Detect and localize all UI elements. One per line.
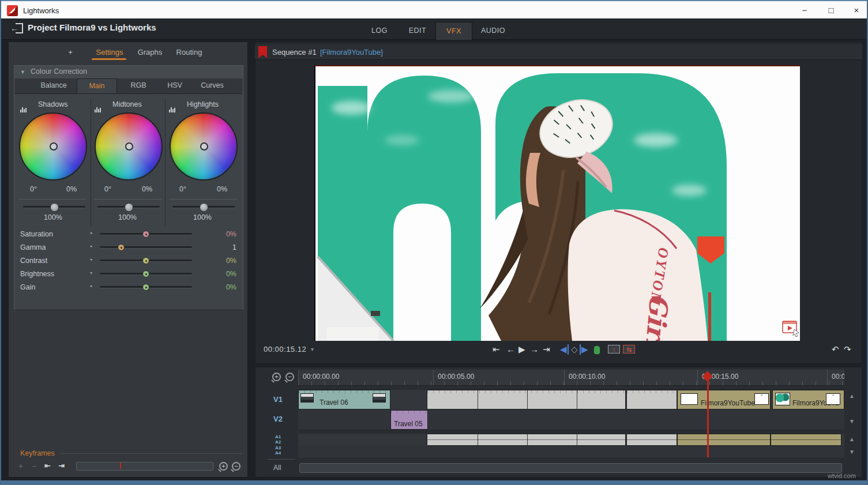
go-to-end-button[interactable]: ⇥: [543, 344, 550, 355]
cc-tab-rgb[interactable]: RGB: [121, 78, 156, 93]
mark-in-button[interactable]: ◀: [560, 344, 569, 355]
audio-clip-grey[interactable]: [626, 434, 677, 446]
timeline-zoom-in-icon[interactable]: +: [272, 373, 281, 381]
ruler-label: 00:0: [832, 373, 844, 381]
timeline-ruler[interactable]: 00:00:00.00 00:00:05.00 00:00:10.00 00:0…: [298, 370, 844, 386]
midtones-master-handle[interactable]: [125, 203, 133, 212]
video-preview[interactable]: OYTOM Girl: [314, 65, 800, 341]
keyframe-first-button[interactable]: ⇤: [44, 461, 51, 470]
clip-travel06[interactable]: Travel 06: [298, 390, 390, 409]
cc-tab-curves[interactable]: Curves: [193, 78, 231, 93]
minimize-button[interactable]: −: [796, 5, 813, 16]
video-scroll-down-icon[interactable]: ▼: [849, 418, 855, 424]
track-label-a2[interactable]: A2: [275, 439, 281, 445]
app-window: Lightworks − □ × ← Project Filmora9 vs L…: [0, 0, 868, 485]
add-effect-tab[interactable]: +: [62, 46, 79, 60]
tab-log[interactable]: LOG: [363, 22, 396, 39]
jacket-photo-script: Girl: [640, 292, 674, 341]
track-v2[interactable]: [298, 410, 844, 430]
clip-thumbnail: [775, 393, 790, 405]
close-button[interactable]: ×: [848, 5, 865, 16]
replace-edit-button[interactable]: ⇆: [623, 345, 635, 354]
histogram-icon[interactable]: [20, 102, 27, 112]
project-title[interactable]: Project Filmora9 vs Lightworks: [28, 22, 156, 32]
collapse-icon[interactable]: ▼: [20, 69, 25, 75]
audio-scroll-down-icon[interactable]: ▼: [849, 449, 855, 455]
contrast-handle[interactable]: [142, 257, 149, 264]
playhead-line[interactable]: [707, 372, 709, 457]
tab-panel-graphs[interactable]: Graphs: [135, 46, 165, 60]
keyframe-zoom-in-icon[interactable]: +: [219, 462, 228, 471]
cc-tab-main[interactable]: Main: [77, 78, 117, 93]
audio-scroll-up-icon[interactable]: ▲: [849, 436, 855, 442]
cue-marker-button[interactable]: [593, 345, 600, 355]
brightness-handle[interactable]: [142, 270, 149, 277]
tab-vfx[interactable]: VFX: [435, 22, 472, 40]
step-back-button[interactable]: ←: [506, 344, 515, 354]
clip-travel05[interactable]: Travel 05: [390, 410, 428, 430]
gamma-slider[interactable]: [100, 246, 192, 248]
histogram-icon[interactable]: [95, 102, 102, 112]
cc-tab-hsv[interactable]: HSV: [159, 78, 191, 93]
clip-filmora9-1[interactable]: Filmora9YouTube ⌃: [677, 390, 771, 409]
clip-thumbnail: [681, 393, 698, 405]
clip-filmora9-2[interactable]: Filmora9YouTu ⌃: [772, 390, 844, 409]
tab-edit[interactable]: EDIT: [401, 22, 434, 39]
highlights-wheel-marker[interactable]: [200, 142, 208, 151]
keyframe-playhead[interactable]: [120, 463, 121, 469]
keyframe-dial-icon[interactable]: ◔: [88, 242, 93, 251]
keyframe-dial-icon[interactable]: ◔: [88, 255, 93, 264]
track-a3a4[interactable]: [298, 446, 844, 458]
track-label-a1[interactable]: A1: [275, 434, 281, 439]
highlights-master-handle[interactable]: [200, 203, 208, 212]
audio-clip-filmora[interactable]: [677, 434, 771, 446]
track-label-a4[interactable]: A4: [275, 450, 281, 456]
saturation-handle[interactable]: [142, 231, 149, 238]
undo-button[interactable]: ↶: [832, 344, 839, 355]
contrast-value: 0%: [197, 257, 236, 265]
maximize-button[interactable]: □: [822, 5, 840, 16]
histogram-icon[interactable]: [169, 102, 176, 112]
track-label-a3[interactable]: A3: [275, 445, 281, 450]
timeline-zoom-out-icon[interactable]: −: [285, 373, 294, 381]
audio-clip-grey[interactable]: [427, 434, 626, 446]
keyframe-last-button[interactable]: ⇥: [58, 461, 65, 470]
cc-tab-balance[interactable]: Balance: [32, 78, 76, 93]
viewer-timecode[interactable]: 00:00:15.12: [264, 345, 306, 354]
track-label-v2[interactable]: V2: [273, 415, 283, 423]
keyframe-dial-icon[interactable]: ◔: [88, 269, 93, 277]
keyframe-remove-button[interactable]: −: [32, 461, 36, 471]
keyframe-add-button[interactable]: +: [18, 461, 23, 471]
mark-cue-button[interactable]: ◇: [571, 344, 578, 355]
mark-out-button[interactable]: ▶: [580, 344, 588, 355]
track-label-v1[interactable]: V1: [273, 395, 283, 404]
sequence-link[interactable]: [Filmora9YouTube]: [320, 48, 383, 57]
clip-grey-group[interactable]: [427, 390, 626, 409]
tab-panel-routing[interactable]: Routing: [173, 46, 205, 60]
track-label-all[interactable]: All: [273, 464, 281, 472]
exit-project-icon[interactable]: ←: [10, 23, 23, 33]
keyframe-zoom-out-icon[interactable]: −: [232, 462, 241, 471]
video-scroll-up-icon[interactable]: ▲: [849, 393, 855, 399]
project-caret-icon[interactable]: ▾: [152, 24, 156, 32]
settings-tab-underline: [92, 58, 126, 60]
play-button[interactable]: ▶: [518, 344, 525, 355]
timeline-scrollbar[interactable]: [299, 463, 842, 473]
tab-audio[interactable]: AUDIO: [475, 22, 511, 39]
clip-grey[interactable]: [626, 390, 677, 409]
keyframe-dial-icon[interactable]: ◔: [88, 229, 93, 238]
shadows-master-handle[interactable]: [50, 203, 59, 212]
gain-handle[interactable]: [142, 284, 149, 291]
gamma-handle[interactable]: [118, 244, 125, 251]
redo-button[interactable]: ↷: [844, 344, 851, 355]
keyframe-track[interactable]: [76, 462, 213, 471]
step-forward-button[interactable]: →: [530, 344, 539, 354]
shadows-wheel-marker[interactable]: [50, 142, 58, 151]
go-to-start-button[interactable]: ⇤: [493, 344, 500, 355]
audio-clip-filmora[interactable]: [771, 434, 841, 446]
keyframe-dial-icon[interactable]: ◔: [88, 282, 93, 291]
midtones-wheel-marker[interactable]: [125, 142, 133, 151]
timecode-caret-icon[interactable]: ▾: [311, 346, 314, 352]
colour-correction-header[interactable]: ▼Colour Correction: [14, 66, 243, 79]
insert-edit-button[interactable]: ↑: [608, 345, 620, 354]
